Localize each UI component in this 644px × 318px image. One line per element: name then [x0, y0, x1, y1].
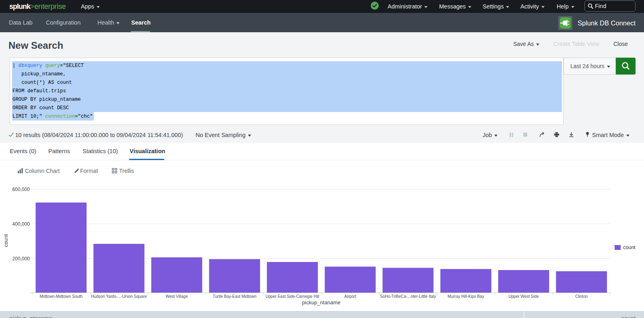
- svg-text:pickup_ntaname: pickup_ntaname: [302, 299, 340, 306]
- svg-text:600,000: 600,000: [12, 187, 30, 192]
- svg-text:Upper East Side-Carnegie Hill: Upper East Side-Carnegie Hill: [266, 294, 319, 299]
- svg-text:count: count: [623, 245, 636, 250]
- svg-text:400,000: 400,000: [12, 221, 30, 227]
- svg-text:West Village: West Village: [165, 294, 188, 299]
- svg-text:200,000: 200,000: [12, 256, 30, 262]
- svg-text:Clinton: Clinton: [575, 294, 588, 299]
- svg-text:count: count: [3, 234, 9, 247]
- svg-text:Upper West Side: Upper West Side: [508, 294, 539, 299]
- svg-text:Hudson Yards-...-Union Square: Hudson Yards-...-Union Square: [91, 294, 147, 299]
- svg-text:Airport: Airport: [344, 294, 356, 299]
- svg-text:Turtle Bay-East Midtown: Turtle Bay-East Midtown: [213, 294, 257, 299]
- svg-text:SoHo-TriBeCa-...nter-Little It: SoHo-TriBeCa-...nter-Little Italy: [380, 294, 436, 299]
- svg-text:Murray Hill-Kips Bay: Murray Hill-Kips Bay: [448, 294, 484, 299]
- svg-text:Midtown-Midtown South: Midtown-Midtown South: [39, 294, 83, 299]
